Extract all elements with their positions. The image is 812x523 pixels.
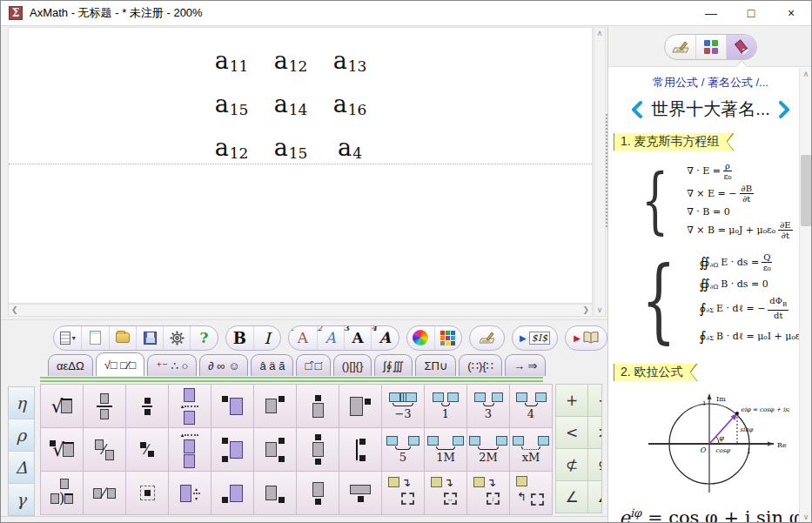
tab-integrals[interactable]: ∫∮∭: [374, 354, 413, 376]
sidebar-scroll-up-icon[interactable]: ∧: [800, 70, 812, 78]
fraction-template[interactable]: [84, 385, 125, 427]
tab-decorations[interactable]: □̂ □̇: [296, 354, 330, 376]
tab-arrows[interactable]: → ⇒: [505, 354, 547, 376]
tab-big-operators[interactable]: ΣΠ∪: [415, 354, 456, 376]
sub-superscript-template[interactable]: [254, 428, 296, 471]
greater-than-symbol[interactable]: >: [588, 417, 602, 448]
scroll-right-icon[interactable]: ❯: [580, 305, 592, 316]
space-5-template[interactable]: 5: [382, 428, 424, 471]
formula-library-button[interactable]: ▶: [566, 326, 607, 350]
scroll-left-icon[interactable]: ❮: [9, 305, 21, 316]
save-button[interactable]: [136, 326, 163, 350]
pre-sub-superscript-template[interactable]: [211, 428, 253, 471]
maximize-button[interactable]: □: [731, 1, 771, 25]
scroll-up-icon[interactable]: ∧: [594, 28, 606, 39]
space-custom-template[interactable]: xM: [510, 428, 552, 471]
minus-symbol[interactable]: −: [588, 385, 602, 416]
move-right-template[interactable]: ↴: [382, 472, 424, 514]
less-than-symbol[interactable]: <: [556, 417, 587, 448]
long-division-template[interactable]: ): [41, 472, 83, 514]
symbol-panel-button[interactable]: [695, 35, 726, 59]
inline-fraction-template[interactable]: ∕: [84, 472, 125, 514]
sidebar-scroll-thumb[interactable]: [801, 155, 811, 226]
color-wheel-button[interactable]: [407, 326, 434, 350]
tab-matrices[interactable]: (∷){∷: [459, 354, 502, 376]
handwriting-button[interactable]: [470, 326, 504, 350]
bookmark-panel-button[interactable]: [726, 35, 756, 59]
open-button[interactable]: [109, 326, 136, 350]
sidebar-scroll-down-icon[interactable]: ∨: [800, 513, 812, 521]
move-fill-v-template[interactable]: ↴↕: [467, 472, 509, 514]
breadcrumb[interactable]: 常用公式 / 著名公式 /...: [608, 75, 812, 91]
space-2em-template[interactable]: 2M: [467, 428, 509, 471]
tab-operators[interactable]: ⁺⁻ ∴ ○: [147, 354, 197, 376]
resize-slot-template[interactable]: ▴▾: [169, 472, 211, 514]
font-style-4-button[interactable]: 4A: [371, 326, 398, 350]
equation-canvas[interactable]: a11 a12 a13 a15 a14 a16 a12 a15 a4: [8, 27, 593, 304]
pre-subscript-template[interactable]: [211, 472, 253, 514]
bold-button[interactable]: B: [226, 326, 253, 350]
under-script-template[interactable]: [297, 472, 339, 514]
vertical-scrollbar[interactable]: ∧ ∨: [594, 27, 606, 317]
prev-category-button[interactable]: [631, 101, 642, 118]
help-button[interactable]: ?: [190, 326, 217, 350]
move-back-template[interactable]: ↰: [510, 472, 552, 514]
selection-box-template[interactable]: [126, 472, 168, 514]
recent-symbol[interactable]: γ: [9, 484, 34, 515]
wide-under-script-template[interactable]: [339, 472, 381, 514]
plus-symbol[interactable]: +: [556, 385, 587, 416]
tab-accents[interactable]: â ä ã: [251, 354, 293, 376]
superscript-slot-template[interactable]: ▴: [169, 385, 211, 427]
over-script-template[interactable]: [297, 385, 339, 427]
nth-root-template[interactable]: √: [41, 428, 83, 471]
angle-symbol[interactable]: ∠: [556, 481, 587, 513]
color-palette-button[interactable]: [434, 326, 461, 350]
side-script-template[interactable]: [339, 385, 381, 427]
tab-greek[interactable]: αεΔΩ: [48, 354, 93, 376]
scroll-down-icon[interactable]: ∨: [594, 305, 606, 316]
space-1-template[interactable]: 1: [425, 385, 466, 427]
subscript-slot-template[interactable]: ▴: [169, 428, 211, 471]
inline-math-button[interactable]: ▶ $I$: [513, 326, 557, 350]
new-document-button[interactable]: [81, 326, 108, 350]
angle-symbol-2[interactable]: ∠: [588, 481, 602, 513]
superscript-template[interactable]: [254, 385, 296, 427]
small-fraction-template[interactable]: [126, 385, 168, 427]
small-slanted-fraction-template[interactable]: ∕: [126, 428, 168, 471]
not-subset-symbol[interactable]: ⊄: [556, 449, 587, 480]
space-1em-template[interactable]: 1M: [425, 428, 466, 471]
font-style-2-button[interactable]: 2A: [317, 326, 344, 350]
over-under-script-template[interactable]: [297, 428, 339, 471]
sqrt-template[interactable]: √: [41, 385, 83, 427]
tab-calculus[interactable]: ∂ ∞ ☺: [199, 354, 248, 376]
horizontal-scrollbar[interactable]: ❮ ❯: [8, 304, 593, 317]
euler-formula-1[interactable]: eiφ = cos φ + i sin φ: [608, 506, 812, 523]
move-fill-h-template[interactable]: ↴↔: [425, 472, 466, 514]
space-4-template[interactable]: 4: [510, 385, 552, 427]
maxwell-integral-formula[interactable]: { ∯∂ΩE · ds =Qε₀ ∯∂ΩB · ds = 0 ∮∂ΣE · dℓ…: [641, 247, 812, 353]
subset-eq-symbol[interactable]: ⊆: [588, 449, 602, 480]
side-scripts-template[interactable]: [339, 428, 381, 471]
pre-superscript-template[interactable]: [211, 385, 253, 427]
menu-button[interactable]: ▾: [54, 326, 81, 350]
slanted-fraction-template[interactable]: ∕: [84, 428, 125, 471]
space-neg3-template[interactable]: −3: [382, 385, 424, 427]
next-category-button[interactable]: [779, 101, 790, 118]
recent-symbol[interactable]: η: [9, 387, 34, 419]
font-style-3-button[interactable]: 3A: [344, 326, 371, 350]
sidebar-scrollbar[interactable]: ∧ ∨: [799, 68, 812, 523]
tab-brackets[interactable]: ()[]{}: [333, 354, 372, 376]
space-3-template[interactable]: 3: [467, 385, 509, 427]
close-button[interactable]: ×: [771, 1, 811, 25]
font-style-1-button[interactable]: 1A: [289, 326, 316, 350]
handwriting-panel-button[interactable]: [665, 35, 695, 59]
recent-symbol[interactable]: Δ: [9, 452, 34, 483]
minimize-button[interactable]: —: [691, 1, 731, 25]
settings-button[interactable]: [163, 326, 190, 350]
subscript-template[interactable]: [254, 472, 296, 514]
italic-button[interactable]: I: [253, 326, 280, 350]
maxwell-differential-formula[interactable]: { ∇ · E =ρε₀ ∇ × E = −∂B∂t ∇ · B = 0 ∇ ×…: [641, 159, 812, 242]
recent-symbol[interactable]: ρ: [9, 419, 34, 451]
tab-fractions-radicals[interactable]: √□ □∕□: [96, 352, 144, 376]
euler-circle-diagram[interactable]: Im Re O 1 1 φ sinφ cosφ eiφ = cosφ + isi…: [633, 386, 789, 494]
